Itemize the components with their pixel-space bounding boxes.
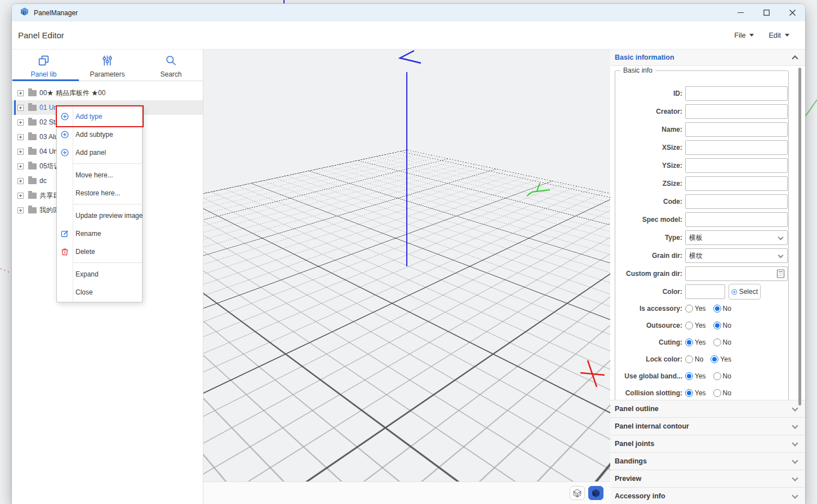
expand-icon[interactable] bbox=[17, 149, 24, 155]
radio-yes[interactable] bbox=[711, 355, 718, 363]
maximize-button[interactable] bbox=[753, 4, 779, 21]
sliders-icon bbox=[101, 55, 113, 69]
expand-icon[interactable] bbox=[17, 163, 24, 170]
solid-view-button[interactable] bbox=[588, 486, 603, 500]
color-field[interactable] bbox=[685, 284, 725, 299]
id-field[interactable] bbox=[685, 86, 788, 101]
folder-icon bbox=[28, 119, 37, 126]
custom-grain-dir-field[interactable] bbox=[685, 266, 788, 281]
radio-no[interactable] bbox=[713, 305, 721, 313]
field-label: XSize: bbox=[610, 144, 685, 151]
active-tab-indicator bbox=[12, 79, 79, 81]
radio-yes[interactable] bbox=[685, 305, 693, 313]
expand-icon[interactable] bbox=[17, 193, 24, 199]
menu-item-restore-here[interactable]: Restore here... bbox=[57, 184, 142, 202]
menu-item-move-here[interactable]: Move here... bbox=[57, 166, 142, 184]
section-panel-joints[interactable]: Panel joints bbox=[610, 435, 805, 452]
scrollbar-thumb[interactable] bbox=[798, 68, 801, 405]
creator-field[interactable] bbox=[685, 104, 788, 119]
radio-no[interactable] bbox=[713, 372, 721, 380]
trash-icon bbox=[57, 248, 73, 256]
radio-yes[interactable] bbox=[685, 322, 693, 329]
radio-label: Yes bbox=[695, 389, 706, 397]
radio-label: No bbox=[695, 355, 703, 363]
radio-no[interactable] bbox=[685, 355, 693, 363]
field-row-type: Type: 横板 bbox=[610, 230, 788, 246]
radio-no[interactable] bbox=[713, 389, 721, 397]
zsize-field[interactable] bbox=[685, 176, 788, 191]
tab-label: Parameters bbox=[90, 70, 125, 78]
menu-item-update-preview-image[interactable]: Update preview image bbox=[57, 207, 142, 225]
menu-separator bbox=[73, 262, 142, 263]
section-basic-information[interactable]: Basic information bbox=[610, 50, 805, 66]
folder-icon bbox=[28, 90, 37, 96]
minimize-button[interactable] bbox=[727, 4, 753, 21]
radio-yes[interactable] bbox=[685, 338, 693, 346]
spec-model-field[interactable] bbox=[685, 212, 788, 227]
tree-item[interactable]: 00★ 精品库板件 ★00 bbox=[12, 86, 203, 100]
menu-item-add-subtype[interactable]: Add subtype bbox=[57, 126, 142, 144]
ysize-field[interactable] bbox=[685, 158, 788, 173]
app-logo-icon bbox=[20, 7, 29, 19]
code-field[interactable] bbox=[685, 194, 788, 209]
section-title: Basic information bbox=[615, 53, 674, 61]
menu-item-add-panel[interactable]: Add panel bbox=[57, 144, 142, 162]
expand-icon[interactable] bbox=[17, 90, 24, 96]
calculator-icon[interactable] bbox=[776, 269, 785, 280]
viewport-3d[interactable] bbox=[203, 50, 610, 504]
field-row-lock-color: Lock color: No Yes bbox=[610, 353, 788, 366]
field-row-name: Name: bbox=[610, 122, 788, 137]
radio-yes[interactable] bbox=[685, 389, 693, 397]
section-panel-outline[interactable]: Panel outline bbox=[610, 400, 805, 417]
expand-icon[interactable] bbox=[17, 105, 24, 111]
section-panel-internal-contour[interactable]: Panel internal contour bbox=[610, 417, 805, 435]
expand-icon[interactable] bbox=[17, 207, 24, 213]
menu-separator bbox=[73, 163, 142, 164]
field-label: Creator: bbox=[610, 108, 685, 115]
tab-parameters[interactable]: Parameters bbox=[76, 50, 139, 81]
name-field[interactable] bbox=[685, 122, 788, 137]
menu-item-add-type[interactable]: Add type bbox=[57, 108, 142, 126]
menu-item-rename[interactable]: Rename bbox=[57, 225, 142, 243]
section-bandings[interactable]: Bandings bbox=[610, 452, 805, 470]
file-menu[interactable]: File bbox=[734, 32, 754, 39]
section-accessory-info[interactable]: Accessory info bbox=[610, 487, 805, 504]
expand-icon[interactable] bbox=[17, 119, 24, 126]
radio-no[interactable] bbox=[713, 338, 721, 346]
tab-search[interactable]: Search bbox=[139, 50, 203, 81]
edit-menu[interactable]: Edit bbox=[769, 32, 789, 39]
folder-icon bbox=[28, 149, 37, 155]
radio-no[interactable] bbox=[713, 322, 721, 329]
radio-label: Yes bbox=[720, 355, 731, 363]
select-color-button[interactable]: Select bbox=[729, 284, 761, 300]
type-select[interactable]: 横板 bbox=[685, 230, 788, 245]
grain-dir-select[interactable]: 横纹 bbox=[685, 248, 788, 263]
app-title: PanelManager bbox=[34, 9, 78, 17]
menu-item-close[interactable]: Close bbox=[57, 283, 142, 301]
radio-yes[interactable] bbox=[685, 372, 693, 380]
chevron-down-icon bbox=[749, 34, 754, 37]
circle-plus-icon bbox=[57, 149, 73, 157]
menu-item-label: Move here... bbox=[76, 171, 113, 179]
circle-plus-icon bbox=[57, 131, 73, 139]
edit-icon bbox=[57, 230, 73, 238]
field-label: Cuting: bbox=[610, 338, 685, 346]
field-label: Spec model: bbox=[610, 216, 685, 224]
xsize-field[interactable] bbox=[685, 140, 788, 155]
radio-label: Yes bbox=[695, 322, 706, 329]
close-button[interactable] bbox=[779, 4, 805, 21]
field-label: Custom grain dir: bbox=[610, 270, 685, 278]
menu-item-delete[interactable]: Delete bbox=[57, 243, 142, 261]
menu-item-expand[interactable]: Expand bbox=[57, 265, 142, 283]
expand-icon[interactable] bbox=[17, 134, 24, 140]
section-preview[interactable]: Preview bbox=[610, 470, 805, 487]
field-row-ysize: YSize: bbox=[610, 158, 788, 173]
wireframe-view-button[interactable] bbox=[570, 486, 585, 500]
menu-item-label: Expand bbox=[76, 270, 99, 278]
grid-scene bbox=[203, 50, 610, 481]
tab-panel-lib[interactable]: Panel lib bbox=[12, 50, 76, 81]
expand-icon[interactable] bbox=[17, 178, 24, 184]
field-row-code: Code: bbox=[610, 194, 788, 209]
section-title: Accessory info bbox=[615, 492, 665, 500]
chevron-down-icon bbox=[792, 457, 798, 463]
